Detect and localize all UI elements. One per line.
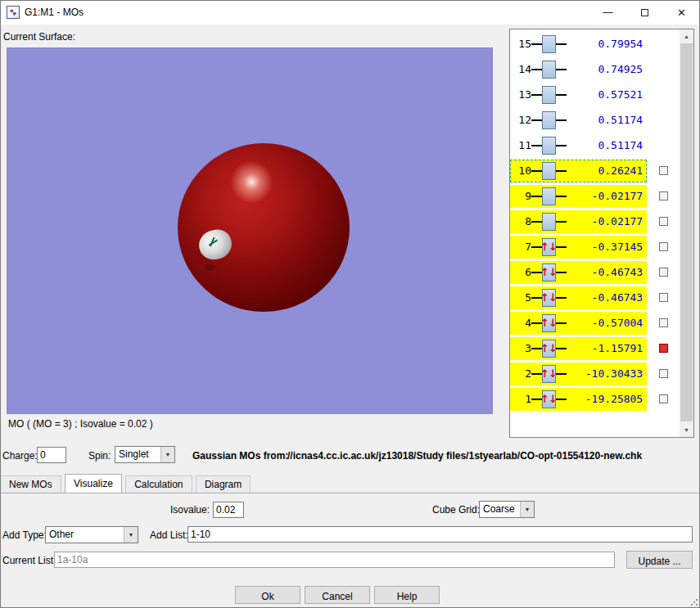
title-bar[interactable]: G1:M1 - MOs — ✕ <box>0 0 700 25</box>
minimize-button[interactable]: — <box>589 1 626 25</box>
mo-row[interactable]: 9-0.02177 <box>510 183 680 209</box>
mo-visible-checkbox[interactable] <box>659 166 668 175</box>
mo-level-line <box>556 348 567 349</box>
mo-row-main[interactable]: 120.51174 <box>510 109 647 132</box>
scroll-up-icon[interactable]: ▲ <box>680 29 693 43</box>
tab-new-mos[interactable]: New MOs <box>0 475 61 493</box>
surface-caption: MO ( (MO = 3) ; Isovalue = 0.02 ) <box>8 418 153 430</box>
scroll-down-icon[interactable]: ▼ <box>680 423 693 437</box>
mo-row[interactable]: 140.74925 <box>510 56 680 82</box>
mo-virtual-icon[interactable] <box>542 187 556 205</box>
mo-row-main[interactable]: 110.51174 <box>510 134 647 157</box>
add-list-input[interactable] <box>187 526 693 543</box>
mo-virtual-icon[interactable] <box>542 162 556 180</box>
help-button[interactable]: Help <box>374 586 440 604</box>
close-button[interactable]: ✕ <box>663 1 700 25</box>
mo-row[interactable]: 120.51174 <box>510 107 680 133</box>
tab-bar: New MOs Visualize Calculation Diagram <box>0 475 700 493</box>
mo-list-scrollbar[interactable]: ▲ ▼ <box>680 29 693 437</box>
mo-level-line <box>556 145 567 146</box>
mo-visible-checkbox[interactable] <box>659 318 668 327</box>
cube-grid-select[interactable]: Coarse ▼ <box>479 501 535 518</box>
mo-number: 14 <box>513 63 531 75</box>
mo-virtual-icon[interactable] <box>542 86 556 104</box>
mo-checkbox-zone <box>647 344 680 353</box>
mo-row-main[interactable]: 130.57521 <box>510 83 647 106</box>
spin-value: Singlet <box>115 447 160 462</box>
mo-checkbox-zone <box>647 394 680 403</box>
mo-virtual-icon[interactable] <box>542 137 556 155</box>
mo-row-main[interactable]: 1↑↓-19.25805 <box>510 388 647 411</box>
mo-row-main[interactable]: 2↑↓-10.30433 <box>510 363 647 385</box>
mo-row[interactable]: 4↑↓-0.57004 <box>510 310 680 336</box>
tab-visualize[interactable]: Visualize <box>65 474 122 493</box>
mo-occupied-icon[interactable]: ↑↓ <box>542 289 556 307</box>
mo-virtual-icon[interactable] <box>542 213 556 231</box>
add-type-select[interactable]: Other ▼ <box>45 526 138 543</box>
mo-number: 2 <box>513 367 531 380</box>
mo-3d-viewport[interactable] <box>7 47 493 414</box>
mo-row[interactable]: 3↑↓-1.15791 <box>510 336 680 361</box>
isovalue-input[interactable] <box>213 502 244 518</box>
mo-number: 13 <box>513 88 531 101</box>
mo-number: 11 <box>513 139 531 151</box>
mo-level-line <box>556 94 567 96</box>
mo-occupied-icon[interactable]: ↑↓ <box>542 340 556 358</box>
mo-row[interactable]: 8-0.02177 <box>510 209 680 234</box>
mo-row[interactable]: 7↑↓-0.37145 <box>510 234 680 259</box>
isovalue-label: Isovalue: <box>167 504 210 516</box>
charge-input[interactable] <box>37 447 66 463</box>
mo-energy: -10.30433 <box>567 367 647 380</box>
mo-visible-checkbox[interactable] <box>659 268 668 277</box>
mo-visible-checkbox[interactable] <box>659 344 668 353</box>
mo-row-main[interactable]: 5↑↓-0.46743 <box>510 286 647 309</box>
mo-row[interactable]: 1↑↓-19.25805 <box>510 386 680 412</box>
mo-row-main[interactable]: 7↑↓-0.37145 <box>510 236 647 259</box>
mo-visible-checkbox[interactable] <box>659 394 668 403</box>
mo-row[interactable]: 6↑↓-0.46743 <box>510 259 680 285</box>
mo-occupied-icon[interactable]: ↑↓ <box>542 365 556 383</box>
mo-row[interactable]: 5↑↓-0.46743 <box>510 285 680 310</box>
current-list-input[interactable] <box>54 552 615 568</box>
mo-visible-checkbox[interactable] <box>659 369 668 378</box>
maximize-button[interactable] <box>626 1 663 25</box>
spin-select[interactable]: Singlet ▼ <box>115 446 175 463</box>
mo-virtual-icon[interactable] <box>542 61 556 79</box>
mo-row[interactable]: 150.79954 <box>510 31 680 56</box>
mo-occupied-icon[interactable]: ↑↓ <box>542 390 556 408</box>
mo-level-line <box>531 69 542 70</box>
update-button[interactable]: Update ... <box>626 551 693 569</box>
mo-row[interactable]: 2↑↓-10.30433 <box>510 361 680 386</box>
mo-row[interactable]: 110.51174 <box>510 133 680 158</box>
mo-row-main[interactable]: 6↑↓-0.46743 <box>510 261 647 284</box>
mo-row[interactable]: 130.57521 <box>510 82 680 107</box>
mo-occupied-icon[interactable]: ↑↓ <box>542 238 556 256</box>
mo-energy: 0.51174 <box>567 139 647 151</box>
tab-diagram[interactable]: Diagram <box>196 475 251 493</box>
tab-calculation[interactable]: Calculation <box>125 475 192 493</box>
mo-virtual-icon[interactable] <box>542 111 556 129</box>
mo-visible-checkbox[interactable] <box>659 293 668 302</box>
mo-occupied-icon[interactable]: ↑↓ <box>542 314 556 332</box>
mo-row-main[interactable]: 9-0.02177 <box>510 185 647 208</box>
mo-row[interactable]: 100.26241 <box>510 158 680 183</box>
resize-grip[interactable] <box>690 598 698 606</box>
mo-virtual-icon[interactable] <box>542 35 556 53</box>
mo-visible-checkbox[interactable] <box>659 191 668 200</box>
mo-occupied-icon[interactable]: ↑↓ <box>542 263 556 281</box>
current-list-label: Current List: <box>2 555 56 566</box>
mo-row-main[interactable]: 100.26241 <box>510 160 647 182</box>
mo-row-main[interactable]: 4↑↓-0.57004 <box>510 312 647 335</box>
mo-visible-checkbox[interactable] <box>659 242 668 251</box>
mo-row-main[interactable]: 3↑↓-1.15791 <box>510 337 647 360</box>
mo-row-main[interactable]: 8-0.02177 <box>510 210 647 233</box>
cancel-button[interactable]: Cancel <box>305 586 370 604</box>
mo-visible-checkbox[interactable] <box>659 217 668 226</box>
mo-row-main[interactable]: 150.79954 <box>510 33 647 56</box>
mo-number: 10 <box>513 164 531 177</box>
mo-row-main[interactable]: 140.74925 <box>510 58 647 81</box>
ok-button[interactable]: Ok <box>235 586 300 604</box>
mo-checkbox-zone <box>647 217 680 226</box>
scrollbar-thumb[interactable] <box>680 43 693 421</box>
add-list-label: Add List: <box>150 529 188 541</box>
